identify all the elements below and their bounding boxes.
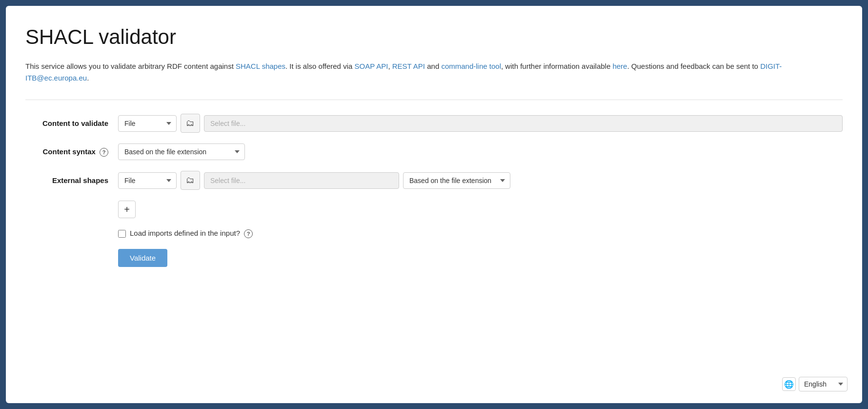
validate-row: Validate [118, 249, 843, 267]
content-syntax-help-icon[interactable]: ? [100, 148, 108, 157]
divider [25, 100, 843, 100]
language-select[interactable]: English French German Spanish [799, 377, 848, 391]
content-syntax-label: Content syntax ? [30, 147, 118, 157]
add-shapes-button[interactable]: + [118, 201, 136, 218]
shapes-type-select[interactable]: File URI String [118, 172, 177, 189]
external-shapes-controls: File URI String 🗂 Select file... Based o… [118, 171, 843, 190]
external-shapes-label: External shapes [30, 176, 118, 184]
form-section: Content to validate File URI String 🗂 Se… [25, 114, 843, 267]
external-shapes-row: External shapes File URI String 🗂 Select… [30, 171, 843, 190]
content-file-display: Select file... [204, 115, 843, 132]
main-card: SHACL validator This service allows you … [6, 6, 862, 403]
rest-api-link[interactable]: REST API [392, 62, 425, 70]
content-syntax-row: Content syntax ? Based on the file exten… [30, 143, 843, 160]
content-browse-button[interactable]: 🗂 [181, 114, 200, 133]
load-imports-checkbox[interactable] [118, 230, 126, 238]
load-imports-label: Load imports defined in the input? ? [130, 229, 253, 238]
add-button-row: + [30, 201, 843, 218]
content-to-validate-row: Content to validate File URI String 🗂 Se… [30, 114, 843, 133]
add-controls: + [118, 201, 843, 218]
content-syntax-controls: Based on the file extension RDF/XML Turt… [118, 143, 843, 160]
here-link[interactable]: here [612, 62, 627, 70]
validate-button[interactable]: Validate [118, 249, 167, 267]
shapes-folder-icon: 🗂 [186, 175, 195, 185]
folder-icon: 🗂 [186, 118, 195, 128]
footer-language-selector: 🌐 English French German Spanish [782, 377, 848, 391]
shapes-syntax-select[interactable]: Based on the file extension RDF/XML Turt… [403, 172, 510, 189]
shapes-file-display: Select file... [204, 172, 399, 189]
content-type-select[interactable]: File URI String [118, 115, 177, 132]
load-imports-help-icon[interactable]: ? [244, 229, 253, 238]
content-syntax-select[interactable]: Based on the file extension RDF/XML Turt… [118, 143, 245, 160]
soap-api-link[interactable]: SOAP API [354, 62, 388, 70]
shacl-shapes-link[interactable]: SHACL shapes [236, 62, 285, 70]
content-to-validate-controls: File URI String 🗂 Select file... [118, 114, 843, 133]
description: This service allows you to validate arbi… [25, 61, 843, 84]
shapes-browse-button[interactable]: 🗂 [181, 171, 200, 190]
load-imports-row: Load imports defined in the input? ? [118, 229, 843, 238]
command-line-link[interactable]: command-line tool [441, 62, 501, 70]
page-title: SHACL validator [25, 25, 843, 49]
content-to-validate-label: Content to validate [30, 119, 118, 127]
globe-icon: 🌐 [782, 377, 796, 391]
